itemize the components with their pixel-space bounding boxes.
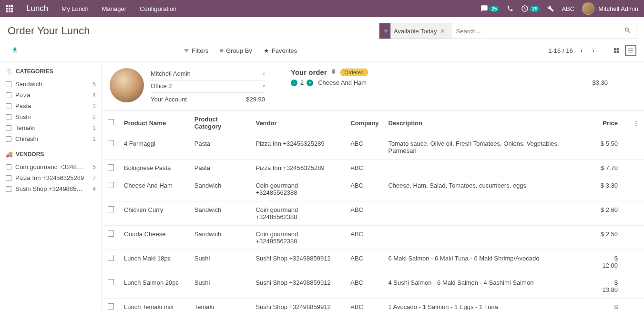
checkbox-icon[interactable] [6,164,11,170]
sidebar-category-item[interactable]: Pasta3 [6,100,96,111]
checkbox-icon[interactable] [6,92,11,98]
sidebar-category-item[interactable]: Pizza4 [6,90,96,100]
pager-text[interactable]: 1-16 / 16 [548,47,572,54]
category-count: 1 [92,125,96,131]
chat-count: 25 [489,6,499,12]
cell-category: Sushi [190,274,251,299]
nav-configuration[interactable]: Configuration [140,5,176,12]
pager-next[interactable]: › [590,47,596,54]
vendor-name: Coin gourmand +32485... [15,163,84,170]
checkbox-icon[interactable] [6,81,11,87]
row-checkbox[interactable] [108,140,114,146]
row-checkbox[interactable] [108,206,114,212]
category-count: 4 [92,92,96,99]
activity-icon[interactable]: 29 [521,5,540,12]
sidebar-category-item[interactable]: Sandwich5 [6,79,96,90]
col-company[interactable]: Company [346,111,383,135]
pager-prev[interactable]: ‹ [579,47,585,54]
row-checkbox[interactable] [108,164,114,170]
cell-price: $ 12.00 [593,250,628,274]
row-checkbox[interactable] [108,279,114,285]
cell-company: ABC [346,274,383,299]
company-selector[interactable]: ABC [562,5,574,12]
table-row[interactable]: Gouda CheeseSandwichCoin gourmand +32485… [102,226,644,250]
sidebar-vendor-item[interactable]: Sushi Shop +324988599...4 [6,183,96,194]
cell-company: ABC [346,299,383,310]
cell-name: Chicken Curry [119,201,190,226]
table-row[interactable]: Lunch Temaki mix 3pcTemakiSushi Shop +32… [102,299,644,310]
page-title: Order Your Lunch [8,25,90,37]
category-name: Pasta [15,102,31,110]
activity-count: 29 [530,6,540,12]
col-vendor[interactable]: Vendor [251,111,346,135]
checkbox-icon[interactable] [6,136,11,142]
table-row[interactable]: Cheese And HamSandwichCoin gourmand +324… [102,177,644,201]
apps-icon[interactable] [6,5,13,12]
table-row[interactable]: Chicken CurrySandwichCoin gourmand +3248… [102,201,644,226]
col-name[interactable]: Product Name [119,111,190,135]
filter-facet-remove[interactable]: ✕ [437,28,448,35]
cell-category: Sandwich [190,226,251,250]
nav-manager[interactable]: Manager [102,5,126,12]
col-category[interactable]: Product Category [190,111,251,135]
select-all-checkbox[interactable] [108,119,114,125]
user-select[interactable]: Mitchell Admin▾ [151,68,265,80]
category-name: Sandwich [15,80,42,88]
row-checkbox[interactable] [108,182,114,188]
qty-minus-button[interactable]: − [291,80,297,86]
order-item: Cheese And Ham [318,79,367,86]
order-price: $3.30 [592,79,608,86]
vendor-name: Pizza Inn +32456325289 [15,174,84,181]
chat-icon[interactable]: 25 [480,5,499,12]
sidebar-vendor-item[interactable]: Coin gourmand +32485...5 [6,161,96,172]
sidebar-category-item[interactable]: Sushi2 [6,111,96,122]
checkbox-icon[interactable] [6,103,11,109]
sidebar-category-item[interactable]: Temaki1 [6,122,96,133]
download-icon[interactable] [11,47,18,55]
checkbox-icon[interactable] [6,114,11,120]
row-checkbox[interactable] [108,303,114,310]
checkbox-icon[interactable] [6,125,11,131]
tools-icon[interactable] [547,5,554,12]
cell-description: 6 Maki Salmon - 6 Maki Tuna - 6 Maki Shr… [383,250,592,274]
table-row[interactable]: Lunch Maki 18pcSushiSushi Shop +32498859… [102,250,644,274]
cell-vendor: Coin gourmand +32485562388 [251,201,346,226]
sidebar-vendor-item[interactable]: Pizza Inn +324563252897 [6,172,96,183]
user-menu[interactable]: Mitchell Admin [582,2,638,15]
location-select[interactable]: Office 2▾ [151,80,265,93]
kanban-view-button[interactable] [611,45,622,56]
search-bar[interactable]: Available Today ✕ [379,23,636,39]
cell-company: ABC [346,250,383,274]
cell-name: Lunch Temaki mix 3pc [119,299,190,310]
qty-plus-button[interactable]: + [307,80,313,86]
vendor-name: Sushi Shop +324988599... [15,185,84,192]
favorites-button[interactable]: ★ Favorites [264,47,297,54]
table-row[interactable]: Lunch Salmon 20pcSushiSushi Shop +324988… [102,274,644,299]
cell-category: Temaki [190,299,251,310]
filter-facet-label: Available Today [394,28,437,35]
user-name: Mitchell Admin [598,5,638,12]
search-input[interactable] [451,28,619,35]
cell-vendor: Pizza Inn +32456325289 [251,160,346,177]
cell-description [383,160,592,177]
table-row[interactable]: Bolognese PastaPastaPizza Inn +324563252… [102,160,644,177]
sidebar-category-item[interactable]: Chirashi1 [6,133,96,144]
cell-price: $ 2.50 [593,226,628,250]
groupby-button[interactable]: ≡ Group By [220,47,252,54]
col-price[interactable]: Price [593,111,628,135]
checkbox-icon[interactable] [6,186,11,192]
app-brand[interactable]: Lunch [26,4,48,13]
row-checkbox[interactable] [108,255,114,261]
nav-my-lunch[interactable]: My Lunch [61,5,88,12]
search-icon[interactable] [619,27,636,35]
phone-icon[interactable] [507,5,513,12]
checkbox-icon[interactable] [6,175,11,181]
trash-icon[interactable] [331,69,337,76]
col-description[interactable]: Description [383,111,592,135]
filters-button[interactable]: Filters [184,47,208,54]
table-row[interactable]: 4 FormaggiPastaPizza Inn +32456325289ABC… [102,135,644,160]
col-options-icon[interactable]: ⋮ [628,111,644,135]
category-count: 1 [92,136,96,142]
list-view-button[interactable] [625,45,636,56]
row-checkbox[interactable] [108,230,114,237]
